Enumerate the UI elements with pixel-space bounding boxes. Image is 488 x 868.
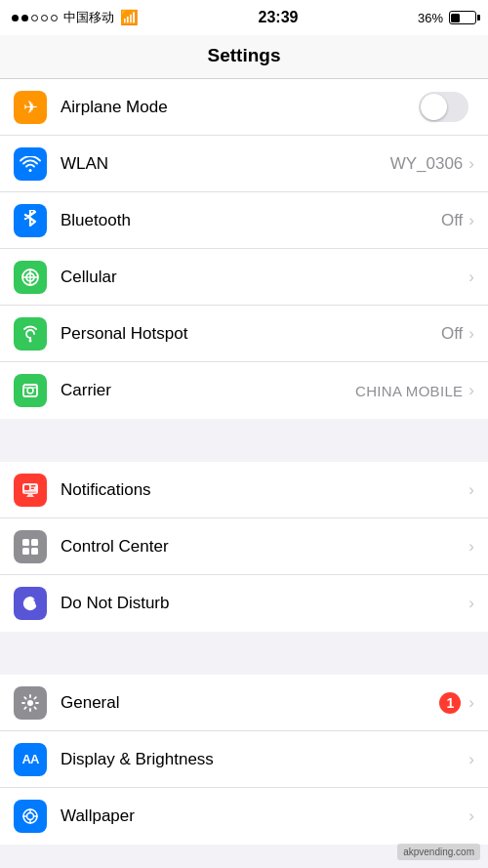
system-group: General 1 › AA Display & Brightness › [0, 675, 488, 845]
notifications-row[interactable]: Notifications › [0, 462, 488, 518]
notifications-group: Notifications › Control Center › [0, 462, 488, 632]
page-title: Settings [208, 45, 281, 65]
wallpaper-icon [14, 800, 47, 833]
airplane-mode-toggle[interactable] [419, 92, 468, 122]
do-not-disturb-icon-wrap [0, 587, 61, 620]
bluetooth-row[interactable]: Bluetooth Off › [0, 192, 488, 249]
personal-hotspot-icon [14, 317, 47, 351]
airplane-mode-row[interactable]: ✈ Airplane Mode [0, 79, 488, 136]
watermark: akpvending.com [397, 844, 480, 860]
carrier-icon [14, 374, 47, 407]
carrier-text: 中国移动 [63, 9, 114, 26]
bluetooth-label: Bluetooth [61, 211, 441, 230]
wlan-chevron-icon: › [468, 154, 474, 174]
notifications-icon-wrap [0, 474, 61, 507]
dot2 [21, 15, 28, 21]
do-not-disturb-row[interactable]: Do Not Disturb › [0, 575, 488, 632]
general-badge: 1 [439, 692, 461, 714]
control-center-icon-wrap [0, 530, 61, 563]
svg-point-19 [27, 813, 34, 820]
wifi-icon: 📶 [120, 9, 139, 26]
control-center-icon [14, 530, 47, 563]
wlan-icon [14, 147, 47, 181]
wlan-icon-wrap [0, 147, 61, 181]
status-left: 中国移动 📶 [12, 9, 139, 26]
carrier-value: CHINA MOBILE [355, 383, 463, 399]
display-brightness-icon-wrap: AA [0, 743, 61, 776]
bluetooth-chevron-icon: › [468, 211, 474, 230]
connectivity-group: ✈ Airplane Mode WLAN WY_0306 › [0, 79, 488, 419]
svg-rect-12 [24, 491, 36, 492]
carrier-icon-wrap [0, 374, 61, 407]
general-icon-wrap [0, 686, 61, 720]
control-center-label: Control Center [61, 537, 468, 557]
control-center-chevron-icon: › [468, 537, 474, 557]
spacer-2 [0, 653, 488, 675]
display-brightness-icon: AA [14, 743, 47, 776]
personal-hotspot-chevron-icon: › [468, 324, 474, 344]
bluetooth-icon-wrap [0, 204, 61, 237]
dot1 [12, 15, 19, 21]
cellular-chevron-icon: › [468, 268, 474, 287]
general-label: General [61, 693, 439, 713]
do-not-disturb-label: Do Not Disturb [61, 594, 468, 613]
personal-hotspot-icon-wrap [0, 317, 61, 351]
airplane-mode-icon: ✈ [14, 91, 47, 124]
svg-rect-5 [23, 385, 37, 396]
general-icon [14, 686, 47, 720]
personal-hotspot-label: Personal Hotspot [61, 324, 441, 344]
cellular-icon [14, 261, 47, 294]
wallpaper-label: Wallpaper [61, 806, 468, 826]
airplane-mode-icon-wrap: ✈ [0, 91, 61, 124]
airplane-mode-label: Airplane Mode [61, 98, 419, 117]
general-chevron-icon: › [468, 693, 474, 713]
svg-rect-16 [31, 548, 38, 555]
svg-rect-11 [31, 487, 35, 489]
control-center-row[interactable]: Control Center › [0, 518, 488, 575]
display-brightness-label: Display & Brightness [61, 750, 468, 769]
signal-dots [12, 15, 58, 21]
svg-rect-9 [24, 485, 29, 490]
dot3 [31, 15, 38, 21]
wallpaper-icon-wrap [0, 800, 61, 833]
cellular-label: Cellular [61, 268, 468, 287]
wlan-row[interactable]: WLAN WY_0306 › [0, 136, 488, 192]
svg-rect-15 [22, 548, 29, 555]
status-time: 23:39 [259, 9, 299, 26]
general-row[interactable]: General 1 › [0, 675, 488, 731]
notifications-label: Notifications [61, 480, 468, 500]
bluetooth-icon [14, 204, 47, 237]
do-not-disturb-chevron-icon: › [468, 594, 474, 613]
carrier-label: Carrier [61, 381, 355, 400]
svg-point-6 [27, 388, 33, 393]
wallpaper-chevron-icon: › [468, 806, 474, 826]
wlan-value: WY_0306 [390, 154, 464, 174]
personal-hotspot-row[interactable]: Personal Hotspot Off › [0, 306, 488, 362]
dot5 [51, 15, 58, 21]
carrier-row[interactable]: Carrier CHINA MOBILE › [0, 362, 488, 419]
do-not-disturb-icon [14, 587, 47, 620]
carrier-chevron-icon: › [468, 381, 474, 400]
toggle-knob [421, 94, 447, 120]
svg-rect-14 [31, 539, 38, 546]
cellular-row[interactable]: Cellular › [0, 249, 488, 306]
bluetooth-value: Off [441, 211, 463, 230]
svg-rect-13 [22, 539, 29, 546]
dot4 [41, 15, 48, 21]
spacer-1 [0, 440, 488, 462]
display-brightness-row[interactable]: AA Display & Brightness › [0, 731, 488, 788]
wlan-label: WLAN [61, 154, 390, 174]
battery-icon [449, 11, 476, 24]
notifications-icon [14, 474, 47, 507]
nav-bar: Settings [0, 35, 488, 79]
personal-hotspot-value: Off [441, 324, 463, 344]
status-right: 36% [418, 11, 476, 25]
svg-point-17 [27, 700, 33, 706]
battery-fill [451, 14, 459, 22]
status-bar: 中国移动 📶 23:39 36% [0, 0, 488, 35]
cellular-icon-wrap [0, 261, 61, 294]
notifications-chevron-icon: › [468, 480, 474, 500]
battery-percent: 36% [418, 11, 443, 25]
wallpaper-row[interactable]: Wallpaper › [0, 788, 488, 845]
svg-rect-10 [31, 485, 36, 487]
